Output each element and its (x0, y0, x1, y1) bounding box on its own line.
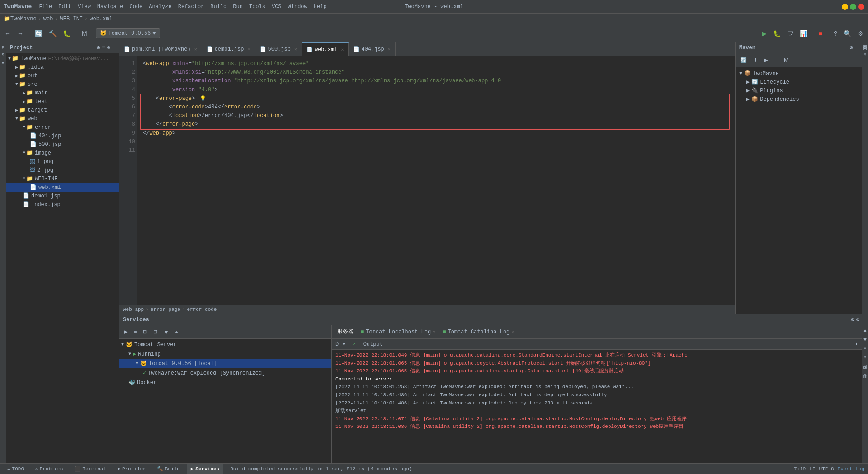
status-tab-profiler[interactable]: ● Profiler (113, 464, 149, 474)
toolbar-back-btn[interactable]: ← (2, 28, 14, 39)
bc-webapp[interactable]: web-app (123, 307, 144, 312)
tree-item-root[interactable]: ▼ 📁 TwoMavne E:\Idea源码\TwoMav... (6, 54, 119, 63)
status-tab-services[interactable]: ▶ Services (187, 464, 223, 474)
tree-item-test[interactable]: ▶ 📁 test (6, 97, 119, 106)
maven-m-btn[interactable]: M (781, 55, 791, 65)
svc-toolbar-btn1[interactable]: ≡ (131, 328, 139, 337)
maximize-button[interactable] (850, 4, 856, 10)
coverage-button[interactable]: 🛡 (784, 28, 796, 39)
tree-item-idea[interactable]: ▶ 📁 .idea (6, 63, 119, 71)
services-settings-icon[interactable]: ⚙ (851, 316, 854, 323)
service-tomcat-server[interactable]: ▼ 🐱 Tomcat Server (119, 340, 331, 349)
profile-button[interactable]: 📊 (797, 28, 810, 39)
tab-close-icon[interactable]: ✕ (194, 47, 197, 52)
menu-build[interactable]: Build (208, 3, 229, 11)
print-btn[interactable]: 🖨 (862, 363, 868, 371)
service-artifact[interactable]: ✓ TwoMavne:war exploded [Synchronized] (119, 368, 331, 378)
status-tab-problems[interactable]: ⚠ Problems (31, 464, 67, 474)
menu-run[interactable]: Run (230, 3, 245, 11)
tab-close-icon[interactable]: ✕ (388, 47, 391, 52)
status-tab-todo[interactable]: ≡ TODO (4, 464, 28, 474)
bc-webxml[interactable]: web.xml (90, 16, 112, 22)
toolbar-build-btn[interactable]: 🔨 (46, 28, 59, 39)
tab-close-icon[interactable]: ✕ (247, 47, 250, 52)
menu-view[interactable]: View (75, 3, 94, 11)
export-btn[interactable]: ⬆ (863, 353, 868, 361)
toolbar-debug-btn[interactable]: 🐛 (60, 28, 73, 39)
bc-webinf[interactable]: WEB-INF (60, 16, 83, 22)
maven-item-plugins[interactable]: ▶ 🔌 Plugins (736, 86, 862, 95)
settings-icon[interactable]: ⚙ (107, 44, 110, 51)
tab-demo1[interactable]: 📄 demo1.jsp ✕ (202, 42, 255, 56)
toolbar-maven-btn[interactable]: M (79, 28, 90, 39)
project-sidebar-icon[interactable]: P (1, 44, 5, 52)
svc-add-btn[interactable]: + (172, 328, 180, 337)
code-content[interactable]: <web-app xmlns="http://xmlns.jcp.org/xml… (137, 56, 735, 305)
maven-item-lifecycle[interactable]: ▶ 🔄 Lifecycle (736, 78, 862, 86)
bc-errorcode[interactable]: error-code (187, 307, 217, 312)
tab-catalina-log[interactable]: ■ Tomcat Catalina Log ✕ (439, 325, 518, 338)
tab-close-icon[interactable]: ✕ (294, 47, 297, 52)
maven-item-root[interactable]: ▼ 📦 TwoMavne (736, 69, 862, 78)
maven-close-icon[interactable]: − (855, 44, 858, 51)
stop-button[interactable]: ■ (816, 28, 825, 39)
tree-item-image[interactable]: ▼ 📁 image (6, 149, 119, 157)
maven-download-btn[interactable]: ⬇ (750, 55, 760, 65)
tree-item-1png[interactable]: 🖼 1.png (6, 157, 119, 166)
tab-pom[interactable]: 📄 pom.xml (TwoMavne) ✕ (119, 42, 202, 56)
menu-file[interactable]: File (36, 3, 55, 11)
tree-item-web[interactable]: ▼ 📁 web (6, 114, 119, 123)
help-button[interactable]: ? (831, 28, 840, 39)
event-log-link[interactable]: Event Log (838, 466, 864, 472)
svc-run-btn[interactable]: ▶ (121, 327, 130, 337)
menu-help[interactable]: Help (311, 3, 330, 11)
menu-code[interactable]: Code (127, 3, 145, 11)
tree-item-out[interactable]: ▶ 📁 out (6, 71, 119, 80)
tree-item-indexjsp[interactable]: 📄 index.jsp (6, 200, 119, 209)
up-arrow-btn[interactable]: ⬆ (855, 341, 858, 347)
tab-close-icon[interactable]: ✕ (433, 329, 435, 335)
tab-close-icon[interactable]: ✕ (341, 47, 344, 52)
tree-item-demo1jsp[interactable]: 📄 demo1.jsp (6, 192, 119, 200)
wrap-lines-btn[interactable]: ≡ (863, 345, 867, 352)
maven-edge-icon[interactable]: M (863, 52, 867, 58)
scroll-up-btn[interactable]: ▲ (863, 327, 868, 334)
tab-server[interactable]: 服务器 (334, 325, 357, 338)
menu-refactor[interactable]: Refactor (175, 3, 207, 11)
menu-tools[interactable]: Tools (246, 3, 268, 11)
toolbar-forward-btn[interactable]: → (14, 28, 26, 39)
maven-run-btn[interactable]: ▶ (761, 55, 771, 65)
tab-404jsp[interactable]: 📄 404.jsp ✕ (349, 42, 395, 56)
settings-button[interactable]: ⚙ (855, 28, 866, 39)
tab-close-icon[interactable]: ✕ (511, 329, 514, 335)
tab-webxml[interactable]: 📄 web.xml ✕ (302, 42, 349, 56)
services-gear-icon[interactable]: ⚙ (856, 316, 859, 323)
search-everywhere-button[interactable]: 🔍 (841, 28, 854, 39)
menu-analyze[interactable]: Analyze (146, 3, 174, 11)
minimize-button[interactable] (842, 4, 848, 10)
debug-run-button[interactable]: 🐛 (770, 28, 783, 39)
tree-item-target[interactable]: ▶ 📁 target (6, 106, 119, 114)
maven-refresh-btn[interactable]: 🔄 (737, 55, 750, 65)
service-running-group[interactable]: ▼ ▶ Running (119, 349, 331, 359)
tab-500jsp[interactable]: 📄 500.jsp ✕ (255, 42, 302, 56)
bc-web[interactable]: web (43, 16, 53, 22)
bc-errorpage[interactable]: error-page (151, 307, 180, 312)
scroll-down-btn[interactable]: ▼ (863, 336, 868, 343)
status-tab-build[interactable]: 🔨 Build (153, 464, 184, 474)
tree-item-error[interactable]: ▼ 📁 error (6, 123, 119, 131)
locate-icon[interactable]: ⊕ (97, 44, 100, 51)
run-button[interactable]: ▶ (759, 28, 769, 39)
tab-localhost-log[interactable]: ■ Tomcat Localhost Log ✕ (357, 325, 439, 338)
tree-item-src[interactable]: ▼ 📁 src (6, 80, 119, 89)
service-tomcat-instance[interactable]: ▼ 🐱 Tomcat 9.0.56 [local] (119, 359, 331, 368)
maven-item-dependencies[interactable]: ▶ 📦 Dependencies (736, 95, 862, 103)
favorites-sidebar-icon[interactable]: ★ (1, 59, 5, 66)
database-icon[interactable]: 🗄 (862, 44, 868, 52)
structure-sidebar-icon[interactable]: S (1, 52, 5, 59)
run-config-selector[interactable]: 🐱 Tomcat 9.0.56 ▼ (96, 28, 160, 38)
service-docker[interactable]: 🐳 Docker (119, 378, 331, 387)
maven-settings-icon[interactable]: ⚙ (850, 44, 853, 51)
tree-item-404jsp[interactable]: 📄 404.jsp (6, 131, 119, 140)
tree-item-500jsp[interactable]: 📄 500.jsp (6, 140, 119, 149)
